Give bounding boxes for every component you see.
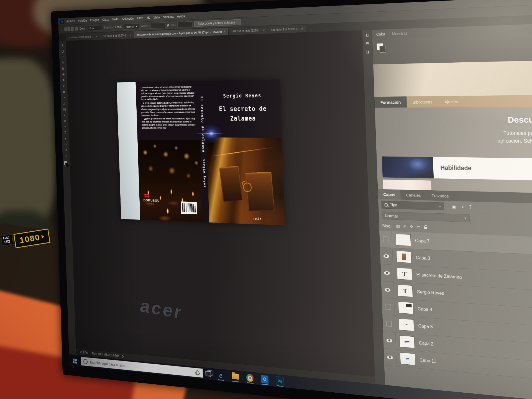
taskbar-app-photoshop[interactable]: Ps [272,374,288,388]
start-button[interactable] [69,354,81,367]
close-icon[interactable]: × [96,34,97,38]
layer-visibility-toggle[interactable] [382,315,395,332]
color-field[interactable] [373,60,532,97]
book-cover-document[interactable]: Lorem ipsum dolor sit amet, consectetur … [117,80,285,225]
collapsed-panel-icon[interactable]: ⬒ [366,41,369,45]
collapsed-panel-icon[interactable]: ◨ [366,50,369,54]
canvas-area[interactable]: Lorem ipsum dolor sit amet, consectetur … [66,30,375,384]
tab-canales[interactable]: Canales [400,190,426,200]
tutorial-thumbnail[interactable] [382,157,434,178]
status-chevron-icon[interactable] [121,355,124,358]
background-color-swatch[interactable] [65,163,69,167]
lock-icon[interactable]: ✐ [403,224,407,229]
menu-item-3d[interactable]: 3D [145,15,152,21]
taskbar-app-chrome[interactable] [242,371,258,385]
layer-filter-icon[interactable]: ◑ [461,204,464,210]
crop-tool[interactable]: ⊞ [60,66,66,71]
dodge-tool[interactable]: ◍ [62,118,68,124]
style-dropdown[interactable]: Normal [124,24,139,30]
eyedropper-tool[interactable]: ◉ [61,71,66,77]
foreground-background-swatches[interactable] [377,43,386,53]
height-input[interactable] [177,21,193,27]
menu-item-selección[interactable]: Selección [120,16,135,21]
layer-filter-icon[interactable]: T [469,204,472,210]
text-layer-thumbnail[interactable]: T [397,268,412,280]
tutorial-card[interactable]: Habilidade [382,157,532,181]
close-icon[interactable]: × [224,30,226,34]
zoom-tool[interactable]: ◎ [63,153,69,158]
hand-tool[interactable]: ⊕ [63,147,69,153]
lock-icon[interactable]: ▭ [416,224,420,230]
layer-filter-icon[interactable]: ▣ [452,204,456,209]
pen-tool[interactable]: ✑ [62,124,68,129]
gradient-tool[interactable]: ▤ [62,106,67,112]
taskbar-app-file-explorer[interactable] [228,370,243,383]
swap-dimensions-icon[interactable]: ⇄ [167,23,169,27]
layer-visibility-toggle[interactable] [379,231,392,248]
photoshop-logo-icon[interactable]: Ps [60,19,64,24]
brush-tool[interactable]: ✐ [61,83,66,89]
layer-filter-dropdown[interactable]: Tipo [381,201,444,210]
layer-thumbnail[interactable] [396,234,411,246]
type-tool[interactable]: T [63,130,68,135]
close-icon[interactable]: × [301,27,303,31]
taskbar-app-outlook[interactable]: O [257,373,272,386]
task-view-button[interactable] [203,367,214,380]
lock-icon[interactable]: ✛ [410,224,413,229]
selection-mode-buttons[interactable] [64,27,78,31]
menu-item-capa[interactable]: Capa [101,17,111,22]
close-icon[interactable]: × [263,28,265,32]
close-icon[interactable]: × [130,33,131,37]
quick-selection-tool[interactable]: ✎ [60,60,66,66]
feather-input[interactable]: 0 px [88,25,102,31]
menu-item-texto[interactable]: Texto [110,17,120,22]
tab-capas[interactable]: Capas [378,189,401,200]
layer-thumbnail[interactable] [399,318,414,331]
zoom-level-input[interactable]: 16,67% [78,350,90,355]
select-and-mask-button[interactable]: Seleccionar y aplicar máscara... [194,19,241,27]
shape-tool[interactable]: ▭ [63,141,68,147]
lock-icons[interactable]: ▦✐✛▭ [396,224,420,229]
tab-trazados[interactable]: Trazados [426,190,454,201]
background-swatch[interactable] [379,46,386,53]
history-brush-tool[interactable]: ◔ [62,95,67,100]
layer-visibility-toggle[interactable] [380,264,393,282]
clone-stamp-tool[interactable]: ▣ [61,89,67,94]
menu-item-vista[interactable]: Vista [152,15,162,20]
layer-thumbnail[interactable] [399,335,415,348]
tab-formación[interactable]: Formación [374,96,407,108]
layer-visibility-toggle[interactable] [381,281,394,299]
tab-ajustes[interactable]: Ajustes [438,96,464,108]
tab-muestras[interactable]: Muestras [392,31,408,36]
home-icon[interactable]: ⌂ [60,27,62,31]
lasso-tool[interactable]: ◠ [60,54,66,60]
layer-thumbnail[interactable] [400,352,415,365]
layer-thumbnail[interactable] [398,301,414,314]
layer-visibility-toggle[interactable] [382,298,395,315]
skills-card-label[interactable]: Habilidade [433,157,532,181]
menu-item-imagen[interactable]: Imagen [88,17,101,23]
menu-item-archivo[interactable]: Archivo [65,19,77,24]
microphone-icon[interactable] [196,370,199,375]
layer-visibility-toggle[interactable] [383,332,396,349]
menu-item-ayuda[interactable]: Ayuda [175,14,187,19]
taskbar-app-edge[interactable]: e [213,368,228,382]
tab-bibliotecas[interactable]: Bibliotecas [406,96,439,108]
menu-item-filtro[interactable]: Filtro [135,16,145,21]
lock-all-icon[interactable] [424,227,427,229]
text-layer-thumbnail[interactable]: T [397,285,413,297]
marquee-tool[interactable]: ▢ [60,48,65,54]
menu-item-ventana[interactable]: Ventana [162,14,175,20]
width-input[interactable] [150,22,165,29]
layer-visibility-toggle[interactable] [380,247,393,265]
toolbox-color-swatches[interactable] [64,161,69,167]
menu-item-edición[interactable]: Edición [76,18,88,24]
lock-icon[interactable]: ▦ [396,224,400,229]
eraser-tool[interactable]: ◭ [62,101,67,106]
layer-thumbnail[interactable] [396,251,412,263]
path-selection-tool[interactable]: ▲ [63,135,68,141]
move-tool[interactable]: ✛ [60,42,65,48]
collapsed-panel-icon[interactable]: ◧ [365,33,369,37]
tab-color[interactable]: Color [376,32,385,37]
healing-brush-tool[interactable]: ✚ [61,77,66,83]
